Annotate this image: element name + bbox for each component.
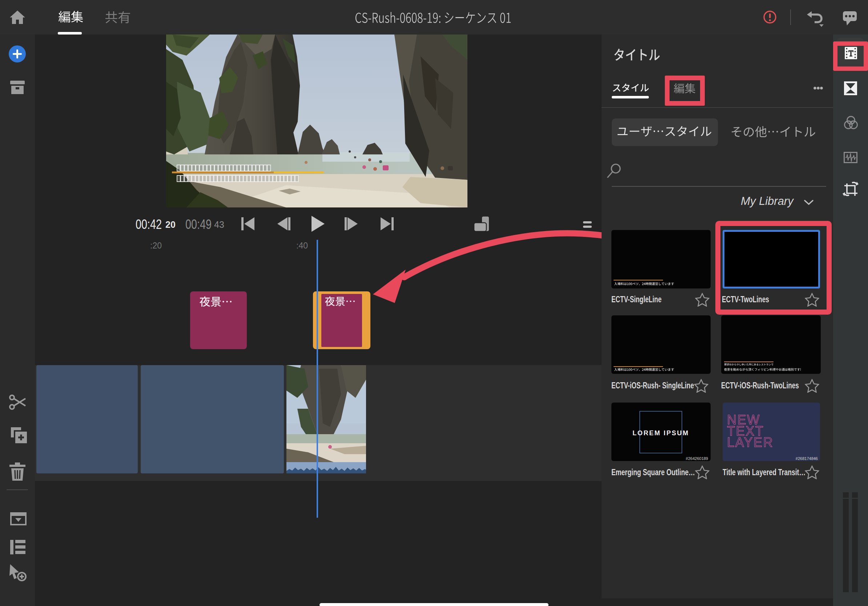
svg-text:LAYER: LAYER	[727, 435, 773, 450]
svg-text:LOREM IPSUM: LOREM IPSUM	[632, 430, 689, 437]
svg-text:Title with Layered Transit…: Title with Layered Transit…	[722, 467, 806, 477]
svg-text:ECTV-SingleLine: ECTV-SingleLine	[611, 294, 662, 304]
svg-text:ECTV-iOS-Rush- SingleLine: ECTV-iOS-Rush- SingleLine	[611, 380, 694, 390]
svg-text:ECTV-iOS-Rush-TwoLines: ECTV-iOS-Rush-TwoLines	[721, 380, 799, 390]
svg-text:Emerging Square Outline…: Emerging Square Outline…	[611, 467, 695, 477]
svg-text:#268174846: #268174846	[796, 456, 818, 461]
svg-text:#264260189: #264260189	[686, 456, 708, 461]
